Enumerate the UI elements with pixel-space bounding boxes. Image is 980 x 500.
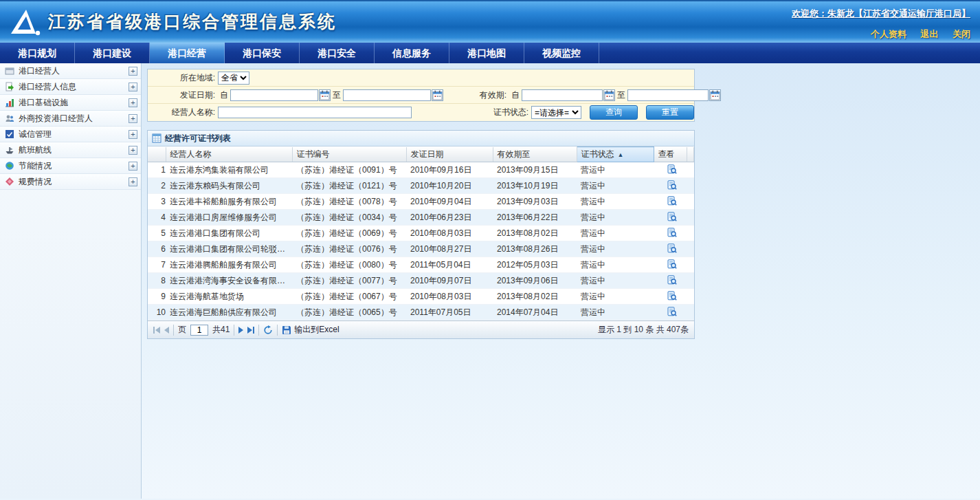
expand-plus-button[interactable]: + xyxy=(129,162,137,171)
view-icon[interactable] xyxy=(667,275,677,285)
region-select[interactable]: 全省 xyxy=(218,72,249,85)
tab-video-monitor[interactable]: 视频监控 xyxy=(524,43,599,63)
row-number: 2 xyxy=(148,178,166,194)
column-issue-date[interactable]: 发证日期 xyxy=(406,147,493,162)
column-operator-name[interactable]: 经营人名称 xyxy=(166,147,292,162)
row-number: 8 xyxy=(148,273,166,289)
expand-plus-button[interactable]: + xyxy=(129,177,137,186)
view-icon[interactable] xyxy=(667,307,677,316)
table-row[interactable]: 4 连云港港口房屋维修服务公司 （苏连）港经证（0034）号 2010年06月2… xyxy=(148,210,694,226)
expand-plus-button[interactable]: + xyxy=(129,130,137,139)
tab-port-planning[interactable]: 港口规划 xyxy=(0,43,75,63)
sidebar-item-energy-saving[interactable]: 节能情况 + xyxy=(0,158,141,174)
calendar-icon xyxy=(710,90,720,100)
view-icon[interactable] xyxy=(667,196,677,206)
expand-plus-button[interactable]: + xyxy=(129,146,137,155)
status-cell: 营运中 xyxy=(577,210,654,226)
energy-icon xyxy=(5,161,14,171)
valid-until-cell: 2012年05月03日 xyxy=(493,257,577,273)
validity-to-input[interactable] xyxy=(627,89,709,101)
view-icon[interactable] xyxy=(667,291,677,301)
search-button[interactable]: 查询 xyxy=(590,105,638,120)
view-icon[interactable] xyxy=(667,228,677,237)
prev-page-button[interactable] xyxy=(164,327,169,334)
valid-until-cell: 2013年10月19日 xyxy=(493,178,577,194)
sidebar-item-shipping-routes[interactable]: 航班航线 + xyxy=(0,142,141,158)
table-row[interactable]: 3 连云港丰裕船舶服务有限公司 （苏连）港经证（0078）号 2010年09月0… xyxy=(148,194,694,210)
validity-from-calendar-button[interactable] xyxy=(603,89,615,101)
tab-info-service[interactable]: 信息服务 xyxy=(375,43,449,63)
column-cert-no[interactable]: 证书编号 xyxy=(292,147,406,162)
license-list-panel: 经营许可证书列表 经营人名称 证书编号 发证日期 有效期至 证书状态▲ 查看 xyxy=(147,130,695,339)
expand-plus-button[interactable]: + xyxy=(129,98,137,107)
cert-status-select[interactable]: =请选择= xyxy=(531,106,581,119)
sidebar-item-foreign-investment[interactable]: 外商投资港口经营人 + xyxy=(0,111,141,127)
expand-plus-button[interactable]: + xyxy=(129,67,137,76)
export-excel-button[interactable]: 输出到Excel xyxy=(282,324,339,336)
reset-button[interactable]: 重置 xyxy=(646,105,694,120)
issue-date-from-input[interactable] xyxy=(230,89,318,101)
validity-to-calendar-button[interactable] xyxy=(709,89,721,101)
tab-port-operation[interactable]: 港口经营 xyxy=(150,43,225,63)
calendar-icon xyxy=(432,90,443,100)
tab-port-security[interactable]: 港口保安 xyxy=(225,43,300,63)
table-header-row: 经营人名称 证书编号 发证日期 有效期至 证书状态▲ 查看 xyxy=(148,147,694,162)
operator-name-label: 经营人名称: xyxy=(148,107,218,118)
first-page-button[interactable] xyxy=(153,327,160,334)
table-row[interactable]: 2 连云港东粮码头有限公司 （苏连）港经证（0121）号 2010年10月20日… xyxy=(148,178,694,194)
row-number: 1 xyxy=(148,162,166,178)
tab-port-construction[interactable]: 港口建设 xyxy=(75,43,150,63)
close-link[interactable]: 关闭 xyxy=(953,29,970,39)
table-row[interactable]: 1 连云港东鸿集装箱有限公司 （苏连）港经证（0091）号 2010年09月16… xyxy=(148,162,694,178)
column-valid-until[interactable]: 有效期至 xyxy=(493,147,577,162)
expand-plus-button[interactable]: + xyxy=(129,114,137,123)
issue-date-to-input[interactable] xyxy=(343,89,431,101)
page-number-input[interactable] xyxy=(190,325,208,336)
valid-until-cell: 2013年09月03日 xyxy=(493,194,577,210)
sidebar-item-fees[interactable]: 规费情况 + xyxy=(0,174,141,190)
table-row[interactable]: 10 连云港海巨船舶供应有限公司 （苏连）港经证（0065）号 2011年07月… xyxy=(148,305,694,320)
view-icon[interactable] xyxy=(667,164,677,174)
tab-port-safety[interactable]: 港口安全 xyxy=(300,43,375,63)
pagination-bar: 页 共41 输出到Excel 显示 1 到 10 条 共 407条 xyxy=(148,320,694,338)
row-number: 9 xyxy=(148,289,166,305)
export-excel-label: 输出到Excel xyxy=(294,324,339,336)
view-icon[interactable] xyxy=(667,212,677,221)
operator-icon xyxy=(5,66,14,76)
table-row[interactable]: 8 连云港港湾海事安全设备有限… （苏连）港经证（0077）号 2010年09月… xyxy=(148,273,694,289)
issue-date-cell: 2010年08月03日 xyxy=(406,289,493,305)
user-area: 欢迎您：朱新龙【江苏省交通运输厅港口局】 个人资料 退出 关闭 xyxy=(792,8,970,41)
column-cert-status[interactable]: 证书状态▲ xyxy=(577,147,654,162)
profile-link[interactable]: 个人资料 xyxy=(871,29,906,39)
table-row[interactable]: 5 连云港港口集团有限公司 （苏连）港经证（0069）号 2010年08月03日… xyxy=(148,226,694,241)
sidebar-item-label: 诚信管理 xyxy=(19,129,129,140)
next-page-button[interactable] xyxy=(238,327,243,334)
issue-date-from-calendar-button[interactable] xyxy=(319,89,331,101)
app-logo-icon xyxy=(8,8,41,36)
pager-separator xyxy=(277,325,278,336)
refresh-button[interactable] xyxy=(263,325,273,335)
sidebar-item-credit-management[interactable]: 诚信管理 + xyxy=(0,127,141,142)
sidebar-item-operator-info[interactable]: 港口经营人信息 + xyxy=(0,79,141,95)
issue-date-to-calendar-button[interactable] xyxy=(432,89,443,101)
view-icon[interactable] xyxy=(667,180,677,190)
sidebar-item-infrastructure[interactable]: 港口基础设施 + xyxy=(0,95,141,111)
table-row[interactable]: 6 连云港港口集团有限公司轮驳… （苏连）港经证（0076）号 2010年08月… xyxy=(148,241,694,257)
logout-link[interactable]: 退出 xyxy=(921,29,939,39)
tab-port-map[interactable]: 港口地图 xyxy=(449,43,524,63)
table-row[interactable]: 9 连云港海航基地货场 （苏连）港经证（0067）号 2010年08月03日 2… xyxy=(148,289,694,305)
last-page-button[interactable] xyxy=(247,327,254,334)
issue-date-cell: 2011年07月05日 xyxy=(406,305,493,320)
operator-name-input[interactable] xyxy=(218,107,412,118)
table-row[interactable]: 7 连云港港腾船舶服务有限公司 （苏连）港经证（0080）号 2011年05月0… xyxy=(148,257,694,273)
to-label: 至 xyxy=(617,89,625,101)
refresh-icon xyxy=(263,325,273,335)
validity-from-input[interactable] xyxy=(522,89,603,101)
view-icon[interactable] xyxy=(667,243,677,253)
operator-name-cell: 连云港港湾海事安全设备有限… xyxy=(166,273,292,289)
to-label: 至 xyxy=(333,89,341,101)
sidebar-item-port-operators[interactable]: 港口经营人 + xyxy=(0,63,141,79)
view-icon[interactable] xyxy=(667,259,677,269)
expand-plus-button[interactable]: + xyxy=(129,83,137,91)
valid-until-cell: 2013年08月26日 xyxy=(493,241,577,257)
